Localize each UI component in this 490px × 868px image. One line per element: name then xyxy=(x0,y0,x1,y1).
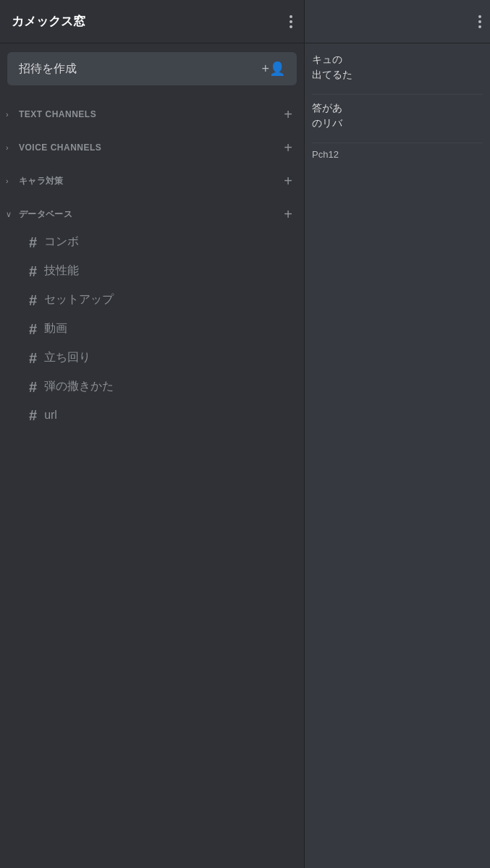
channel-name-combo: コンボ xyxy=(44,234,79,250)
category-left: › TEXT CHANNELS xyxy=(6,109,96,119)
pch-label: Pch12 xyxy=(312,149,483,160)
collapse-arrow-chara: › xyxy=(6,176,14,185)
category-voice-channels[interactable]: › VOICE CHANNELS + xyxy=(0,127,304,161)
category-chara[interactable]: › キャラ対策 + xyxy=(0,161,304,194)
category-left-voice: › VOICE CHANNELS xyxy=(6,142,101,153)
channel-name-tama: 弾の撒きかた xyxy=(44,379,114,394)
invite-label: 招待を作成 xyxy=(19,61,77,77)
divider-2 xyxy=(312,142,483,143)
category-name-voice: VOICE CHANNELS xyxy=(19,142,101,153)
channel-video[interactable]: # 動画 xyxy=(6,315,298,343)
sidebar: カメックス窓 招待を作成 +👤 › TEXT CHANNELS + › VOIC xyxy=(0,0,304,868)
dot1 xyxy=(290,15,292,18)
rdot3 xyxy=(478,25,481,28)
category-database[interactable]: ∨ データベース + xyxy=(0,194,304,227)
hash-icon-tama: # xyxy=(29,380,37,394)
right-content: キュの出てるた 答があのリバ Pch12 xyxy=(305,43,490,868)
right-header xyxy=(305,0,490,43)
hash-icon-setup: # xyxy=(29,293,37,307)
invite-button[interactable]: 招待を作成 +👤 xyxy=(7,52,297,85)
channel-list: › TEXT CHANNELS + › VOICE CHANNELS + › キ… xyxy=(0,94,304,868)
message-preview-1: キュの出てるた xyxy=(312,52,483,82)
channel-waza[interactable]: # 技性能 xyxy=(6,257,298,285)
dot2 xyxy=(290,20,292,23)
channel-name-waza: 技性能 xyxy=(44,263,79,278)
channel-name-url: url xyxy=(44,409,57,422)
channel-tachimawari[interactable]: # 立ち回り xyxy=(6,344,298,372)
add-channel-text-icon[interactable]: + xyxy=(284,107,292,122)
category-name-database: データベース xyxy=(19,208,72,221)
category-name-chara: キャラ対策 xyxy=(19,175,64,187)
channel-combo[interactable]: # コンボ xyxy=(6,228,298,256)
collapse-arrow-database: ∨ xyxy=(6,210,14,219)
invite-section: 招待を作成 +👤 xyxy=(0,43,304,94)
category-left-database: ∨ データベース xyxy=(6,208,72,221)
channel-name-video: 動画 xyxy=(44,321,67,336)
server-title: カメックス窓 xyxy=(12,13,85,30)
add-channel-database-icon[interactable]: + xyxy=(284,207,292,221)
divider-1 xyxy=(312,94,483,95)
channel-setup[interactable]: # セットアップ xyxy=(6,286,298,314)
right-menu-button[interactable] xyxy=(478,15,481,28)
add-channel-voice-icon[interactable]: + xyxy=(284,140,292,155)
hash-icon-waza: # xyxy=(29,264,37,278)
rdot1 xyxy=(478,15,481,18)
hash-icon-combo: # xyxy=(29,235,37,250)
message-text-1: キュの出てるた xyxy=(312,54,352,80)
message-text-2: 答があのリバ xyxy=(312,102,342,129)
server-menu-button[interactable] xyxy=(290,15,292,28)
add-channel-chara-icon[interactable]: + xyxy=(284,174,292,188)
channel-name-tachimawari: 立ち回り xyxy=(44,350,90,365)
collapse-arrow-text: › xyxy=(6,110,14,119)
channel-tama[interactable]: # 弾の撒きかた xyxy=(6,373,298,401)
message-preview-2: 答があのリバ xyxy=(312,101,483,131)
server-header: カメックス窓 xyxy=(0,0,304,43)
right-panel: キュの出てるた 答があのリバ Pch12 xyxy=(304,0,490,868)
hash-icon-video: # xyxy=(29,322,37,336)
rdot2 xyxy=(478,20,481,23)
dot3 xyxy=(290,25,292,28)
category-text-channels[interactable]: › TEXT CHANNELS + xyxy=(0,94,304,127)
channel-url[interactable]: # url xyxy=(6,401,298,429)
category-name-text: TEXT CHANNELS xyxy=(19,109,96,119)
channel-name-setup: セットアップ xyxy=(44,292,114,307)
add-person-icon: +👤 xyxy=(261,61,285,77)
category-left-chara: › キャラ対策 xyxy=(6,175,64,187)
hash-icon-tachimawari: # xyxy=(29,351,37,365)
collapse-arrow-voice: › xyxy=(6,143,14,152)
hash-icon-url: # xyxy=(29,408,37,422)
